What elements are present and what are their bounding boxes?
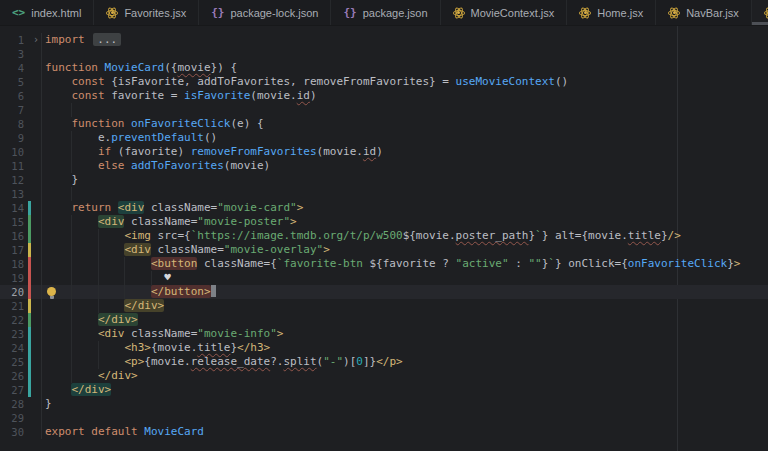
tab-package-lock-json[interactable]: {}package-lock.json — [198, 0, 330, 25]
code-token: MovieCard — [144, 425, 204, 438]
code-token: return — [71, 201, 117, 214]
code-line-1[interactable]: 1›import ... — [0, 33, 768, 47]
code-token: (movie. — [250, 89, 296, 102]
line-number: 8 — [0, 117, 24, 131]
code-text — [42, 47, 45, 61]
code-token: <div — [98, 327, 125, 340]
code-text: function onFavoriteClick(e) { — [42, 117, 264, 131]
tab-index-html[interactable]: <>index.html — [0, 0, 93, 25]
code-line-8[interactable]: 8function onFavoriteClick(e) { — [0, 117, 768, 131]
line-number: 13 — [0, 187, 24, 201]
code-line-7[interactable]: 7 — [0, 103, 768, 117]
code-token: className= — [151, 243, 224, 256]
code-line-29[interactable]: 29 — [0, 411, 768, 425]
tab-label: Favorites.jsx — [124, 7, 186, 19]
code-token: {movie. — [144, 355, 190, 368]
code-text: return <div className="movie-card"> — [42, 201, 303, 215]
code-line-20[interactable]: 20</button> — [0, 285, 768, 299]
tab-label: package-lock.json — [230, 7, 318, 19]
code-token: > — [290, 215, 297, 228]
code-line-12[interactable]: 12} — [0, 173, 768, 187]
code-token: "-" — [323, 355, 343, 368]
gutter: 10 — [0, 145, 42, 159]
code-line-19[interactable]: 19♥ — [0, 271, 768, 285]
tab-favorites-jsx[interactable]: Favorites.jsx — [93, 0, 198, 25]
code-line-24[interactable]: 24<h3>{movie.title}</h3> — [0, 341, 768, 355]
code-line-21[interactable]: 21</div> — [0, 299, 768, 313]
code-token: > — [297, 201, 304, 214]
code-token: (e) { — [230, 117, 263, 130]
code-token: release_date — [191, 355, 270, 368]
fold-arrow-icon[interactable]: › — [31, 33, 41, 47]
gutter: 22 — [0, 313, 42, 327]
code-token: ` — [535, 229, 542, 242]
tab-moviecontext-jsx[interactable]: MovieContext.jsx — [440, 0, 567, 25]
line-number: 29 — [0, 411, 24, 425]
code-token: split — [283, 355, 316, 368]
code-editor[interactable]: 1›import ...34function MovieCard({movie}… — [0, 26, 768, 451]
gutter: 17 — [0, 243, 42, 257]
code-text: </button> — [42, 285, 216, 299]
code-line-14[interactable]: 14return <div className="movie-card"> — [0, 201, 768, 215]
tab-navbar-jsx[interactable]: NavBar.jsx — [655, 0, 751, 25]
tab-moviecard-jsx[interactable]: MovieCard.jsx× — [751, 0, 768, 25]
tab-home-jsx[interactable]: Home.jsx — [566, 0, 655, 25]
code-token: onFavoriteClick — [628, 257, 727, 270]
line-number: 12 — [0, 173, 24, 187]
code-token: favorite = — [111, 89, 184, 102]
code-line-22[interactable]: 22</div> — [0, 313, 768, 327]
code-token: } alt={movie. — [542, 229, 628, 242]
code-line-23[interactable]: 23<div className="movie-info"> — [0, 327, 768, 341]
code-line-15[interactable]: 15<div className="movie-poster"> — [0, 215, 768, 229]
line-number: 17 — [0, 243, 24, 257]
code-line-6[interactable]: 6const favorite = isFavorite(movie.id) — [0, 89, 768, 103]
code-line-18[interactable]: 18<button className={`favorite-btn ${fav… — [0, 257, 768, 271]
code-line-5[interactable]: 5const {isFavorite, addToFavorites, remo… — [0, 75, 768, 89]
line-number: 15 — [0, 215, 24, 229]
code-line-11[interactable]: 11else addToFavorites(movie) — [0, 159, 768, 173]
code-token: </div> — [71, 383, 111, 396]
code-line-13[interactable]: 13 — [0, 187, 768, 201]
code-token: <div — [98, 215, 125, 228]
code-line-26[interactable]: 26</div> — [0, 369, 768, 383]
code-token: }) { — [211, 61, 238, 74]
code-text: const favorite = isFavorite(movie.id) — [42, 89, 317, 103]
code-line-4[interactable]: 4function MovieCard({movie}) { — [0, 61, 768, 75]
line-number: 14 — [0, 201, 24, 215]
code-line-17[interactable]: 17<div className="movie-overlay"> — [0, 243, 768, 257]
code-token: > — [323, 243, 330, 256]
code-token: "movie-card" — [217, 201, 296, 214]
tab-package-json[interactable]: {}package.json — [330, 0, 439, 25]
code-line-16[interactable]: 16<img src={`https://image.tmdb.org/t/p/… — [0, 229, 768, 243]
code-token: if — [98, 145, 118, 158]
code-token: 0 — [356, 355, 363, 368]
line-number: 1 — [0, 33, 24, 47]
code-token: <div — [118, 201, 145, 214]
code-token: } — [661, 229, 668, 242]
gutter: 23 — [0, 327, 42, 341]
code-line-10[interactable]: 10if (favorite) removeFromFavorites(movi… — [0, 145, 768, 159]
code-token: function — [71, 117, 131, 130]
intention-lightbulb-icon[interactable] — [47, 287, 56, 296]
code-line-3[interactable]: 3 — [0, 47, 768, 61]
code-token: <p> — [124, 355, 144, 368]
gutter: 12 — [0, 173, 42, 187]
code-token: (movie) — [224, 159, 270, 172]
line-number: 16 — [0, 229, 24, 243]
code-line-25[interactable]: 25<p>{movie.release_date?.split("-")[0]}… — [0, 355, 768, 369]
code-token: </div> — [98, 369, 138, 382]
line-number: 22 — [0, 313, 24, 327]
code-text: </div> — [42, 369, 138, 383]
code-text: const {isFavorite, addToFavorites, remov… — [42, 75, 568, 89]
folded-code-ellipsis[interactable]: ... — [93, 33, 121, 46]
gutter: 11 — [0, 159, 42, 173]
code-line-28[interactable]: 28} — [0, 397, 768, 411]
code-line-9[interactable]: 9e.preventDefault() — [0, 131, 768, 145]
code-line-27[interactable]: 27</div> — [0, 383, 768, 397]
code-text: if (favorite) removeFromFavorites(movie.… — [42, 145, 383, 159]
code-token: <h3> — [124, 341, 151, 354]
code-line-30[interactable]: 30export default MovieCard — [0, 425, 768, 439]
line-number: 21 — [0, 299, 24, 313]
code-token: ${movie. — [403, 229, 456, 242]
gutter: 6 — [0, 89, 42, 103]
